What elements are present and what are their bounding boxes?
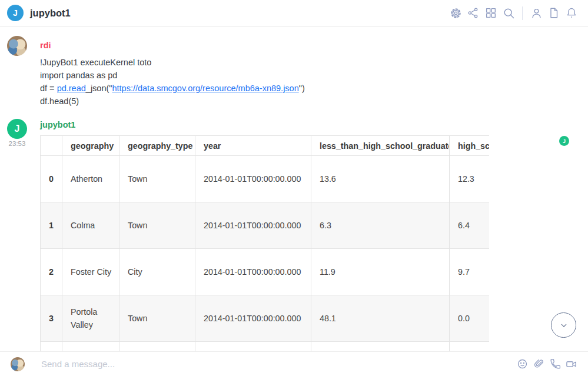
channel-header: J jupybot1 (0, 0, 588, 26)
username-rdi[interactable]: rdi (40, 41, 51, 50)
code-text: df = (40, 84, 57, 93)
channel-title[interactable]: jupybot1 (30, 8, 71, 19)
table-cell: 9.7 (450, 249, 490, 295)
apps-grid-icon[interactable] (482, 4, 500, 22)
row-index: 2 (41, 249, 62, 295)
files-icon[interactable] (545, 4, 563, 22)
bot-avatar-jupybot1[interactable]: J (7, 119, 27, 139)
table-cell: Town (119, 202, 195, 249)
column-header: geography_type (119, 136, 195, 156)
header-toolbar (447, 4, 580, 22)
table-cell: 6.3 (311, 202, 450, 249)
column-header: high_sc (450, 136, 490, 156)
table-cell: Town (119, 156, 195, 202)
column-header: less_than_high_school_graduate (311, 136, 450, 156)
message-input[interactable] (40, 358, 514, 370)
emoji-icon[interactable] (514, 356, 530, 372)
table-cell: 13.6 (311, 156, 450, 202)
table-cell (311, 342, 450, 352)
call-phone-icon[interactable] (547, 356, 563, 372)
notifications-bell-icon[interactable] (563, 4, 580, 22)
channel-avatar: J (7, 5, 24, 21)
dataframe-table: geography geography_type year less_than_… (40, 135, 489, 351)
table-cell: Portola Valley (62, 295, 119, 342)
table-cell: 48.1 (311, 295, 450, 342)
message-line: import pandas as pd (40, 69, 546, 82)
table-cell: City (119, 249, 195, 295)
table-row (41, 342, 490, 352)
code-text: ") (299, 84, 305, 93)
members-icon[interactable] (527, 4, 545, 22)
dataset-url-link[interactable]: https://data.smcgov.org/resource/mb6a-xn… (112, 84, 298, 93)
video-call-icon[interactable] (563, 356, 580, 372)
column-header: year (195, 136, 311, 156)
column-header (41, 136, 62, 156)
table-cell (62, 342, 119, 352)
header-divider (522, 6, 523, 20)
table-cell: 11.9 (311, 249, 450, 295)
row-index: 0 (41, 156, 62, 202)
username-jupybot1[interactable]: jupybot1 (40, 120, 75, 129)
table-cell: Colma (62, 202, 119, 249)
jump-to-bottom-button[interactable] (551, 312, 576, 338)
table-header-row: geography geography_type year less_than_… (41, 136, 490, 156)
table-cell: 2014-01-01T00:00:00.000 (195, 249, 311, 295)
message-body-rdi: !JupyBot1 executeKernel toto import pand… (40, 56, 546, 108)
share-icon[interactable] (464, 4, 482, 22)
table-row: 1 Colma Town 2014-01-01T00:00:00.000 6.3… (41, 202, 490, 249)
bot-avatar-badge: J (559, 136, 569, 146)
table-row: 2 Foster City City 2014-01-01T00:00:00.0… (41, 249, 490, 295)
table-cell: Atherton (62, 156, 119, 202)
table-row: 3 Portola Valley Town 2014-01-01T00:00:0… (41, 295, 490, 342)
message-timestamp: 23:53 (5, 140, 29, 147)
code-text: _json(" (86, 84, 112, 93)
table-cell: 2014-01-01T00:00:00.000 (195, 156, 311, 202)
table-cell (450, 342, 490, 352)
table-cell (119, 342, 195, 352)
table-cell: Foster City (62, 249, 119, 295)
user-avatar-rdi[interactable] (7, 36, 27, 56)
message-input-bar (0, 351, 588, 376)
message-line: df.head(5) (40, 95, 546, 108)
settings-icon[interactable] (447, 4, 464, 22)
message-line: df = pd.read_json("https://data.smcgov.o… (40, 82, 546, 95)
pd-read-link[interactable]: pd.read (57, 84, 86, 93)
table-cell: 6.4 (450, 202, 490, 249)
attach-file-icon[interactable] (530, 356, 547, 372)
chevron-down-icon (558, 320, 570, 331)
row-index (41, 342, 62, 352)
message-list: rdi !JupyBot1 executeKernel toto import … (0, 26, 588, 351)
table-cell: 0.0 (450, 295, 490, 342)
column-header: geography (62, 136, 119, 156)
row-index: 1 (41, 202, 62, 249)
table-cell (195, 342, 311, 352)
row-index: 3 (41, 295, 62, 342)
table-cell: Town (119, 295, 195, 342)
table-cell: 12.3 (450, 156, 490, 202)
dataframe-table-container: geography geography_type year less_than_… (40, 135, 489, 351)
table-row: 0 Atherton Town 2014-01-01T00:00:00.000 … (41, 156, 490, 202)
composer-user-avatar (11, 357, 25, 371)
message-line: !JupyBot1 executeKernel toto (40, 56, 546, 69)
table-cell: 2014-01-01T00:00:00.000 (195, 202, 311, 249)
table-cell: 2014-01-01T00:00:00.000 (195, 295, 311, 342)
search-icon[interactable] (500, 4, 517, 22)
